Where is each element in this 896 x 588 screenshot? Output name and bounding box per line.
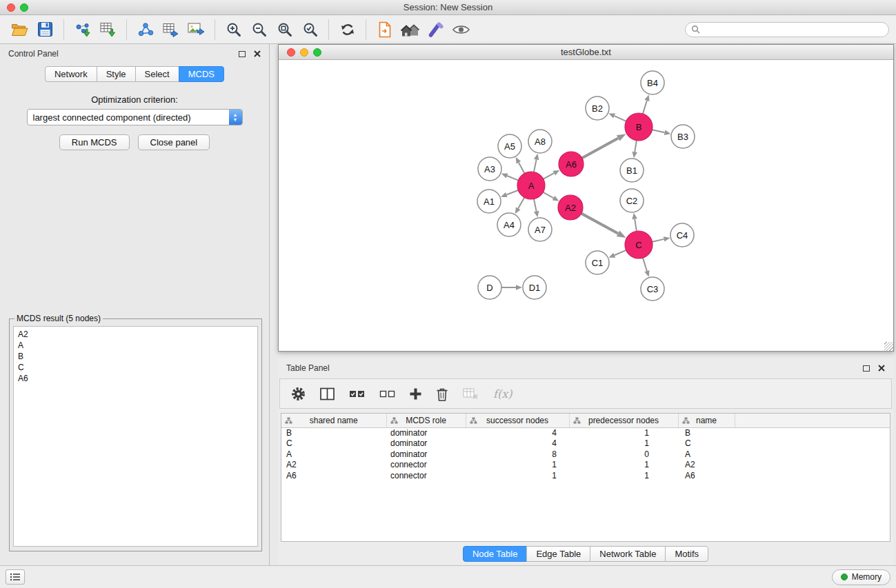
table-cell[interactable]: A2: [281, 460, 386, 471]
delete-table-button[interactable]: [463, 382, 479, 405]
table-settings-button[interactable]: [291, 382, 306, 405]
control-tab-select[interactable]: Select: [135, 66, 179, 82]
table-cell[interactable]: A6: [281, 470, 386, 481]
graph-node-C4[interactable]: C4: [670, 223, 694, 247]
table-cell[interactable]: B: [281, 427, 386, 438]
zoom-window-button[interactable]: [20, 3, 28, 12]
open-file-button[interactable]: [7, 18, 32, 41]
float-panel-icon[interactable]: [239, 51, 246, 57]
zoom-out-button[interactable]: [246, 18, 272, 41]
graph-node-B4[interactable]: B4: [641, 71, 664, 94]
column-header-shared-name[interactable]: shared name: [281, 414, 386, 427]
graph-node-A6[interactable]: A6: [559, 152, 584, 176]
function-builder-button[interactable]: f(x): [493, 387, 512, 401]
control-tab-mcds[interactable]: MCDS: [179, 66, 224, 82]
mcds-result-item[interactable]: B: [18, 351, 253, 362]
graph-node-B3[interactable]: B3: [671, 125, 695, 148]
unselect-all-rows-button[interactable]: [379, 382, 395, 405]
close-window-button[interactable]: [7, 3, 15, 12]
table-cell[interactable]: 1: [569, 427, 678, 438]
table-row[interactable]: A2connector11A2: [281, 460, 890, 471]
graph-edge-A-A4[interactable]: [518, 197, 524, 208]
save-session-button[interactable]: [32, 18, 58, 41]
show-columns-button[interactable]: [320, 382, 335, 405]
table-cell[interactable]: 1: [466, 470, 569, 481]
select-all-rows-button[interactable]: [349, 382, 365, 405]
table-cell[interactable]: C: [281, 438, 386, 449]
graph-edge-A2-C[interactable]: [581, 214, 618, 234]
network-close-button[interactable]: [287, 48, 295, 57]
home-view-button[interactable]: [397, 18, 423, 41]
table-row[interactable]: Bdominator41B: [281, 427, 890, 438]
graph-node-A5[interactable]: A5: [498, 134, 521, 158]
graph-node-D[interactable]: D: [478, 276, 501, 299]
graph-edge-C-C3[interactable]: [643, 258, 647, 271]
close-panel-button[interactable]: Close panel: [138, 134, 210, 150]
table-row[interactable]: A6connector11A6: [281, 470, 890, 481]
new-table-button[interactable]: [158, 18, 183, 41]
graph-edge-C-C1[interactable]: [615, 250, 626, 255]
table-cell[interactable]: dominator: [386, 438, 466, 449]
table-row[interactable]: Cdominator41C: [281, 438, 890, 449]
graph-edge-A-A8[interactable]: [534, 159, 537, 172]
graph-edge-C-C4[interactable]: [653, 239, 664, 242]
table-cell[interactable]: 1: [569, 470, 678, 481]
mcds-result-list[interactable]: A2ABCA6: [13, 326, 258, 547]
graph-node-B2[interactable]: B2: [586, 97, 609, 120]
mcds-result-item[interactable]: A: [18, 340, 253, 351]
table-cell[interactable]: 1: [569, 460, 678, 471]
optimization-dropdown[interactable]: largest connected component (directed) ▲…: [27, 109, 243, 125]
graph-node-A7[interactable]: A7: [528, 218, 552, 241]
control-tab-network[interactable]: Network: [45, 66, 97, 82]
network-zoom-button[interactable]: [313, 48, 321, 57]
table-cell[interactable]: B: [678, 427, 735, 438]
float-table-panel-icon[interactable]: [863, 365, 870, 372]
graph-edge-A-A3[interactable]: [507, 176, 518, 181]
table-cell[interactable]: 4: [466, 427, 569, 438]
column-header-name[interactable]: name: [678, 414, 735, 427]
graph-edge-B-B4[interactable]: [643, 101, 647, 114]
table-cell[interactable]: C: [678, 438, 735, 449]
graph-edge-A-A7[interactable]: [534, 199, 537, 212]
graph-node-A[interactable]: A: [517, 172, 545, 199]
table-cell[interactable]: 1: [569, 438, 678, 449]
import-network-file-button[interactable]: [70, 18, 95, 41]
table-cell[interactable]: A: [281, 449, 386, 460]
search-input[interactable]: [704, 25, 883, 34]
graph-edge-B-B2[interactable]: [615, 116, 626, 121]
graph-node-A1[interactable]: A1: [477, 190, 501, 213]
table-cell[interactable]: dominator: [386, 449, 466, 460]
graph-node-C3[interactable]: C3: [641, 277, 664, 301]
table-cell[interactable]: 1: [466, 460, 569, 471]
resize-grip[interactable]: [884, 342, 893, 351]
column-header-successor-nodes[interactable]: successor nodes: [466, 414, 569, 427]
table-cell[interactable]: 4: [466, 438, 569, 449]
table-cell[interactable]: A6: [678, 470, 735, 481]
graph-node-A3[interactable]: A3: [478, 157, 501, 181]
memory-button[interactable]: Memory: [832, 569, 890, 585]
table-tab-edge-table[interactable]: Edge Table: [526, 546, 590, 562]
delete-column-button[interactable]: [436, 382, 448, 405]
refresh-view-button[interactable]: [335, 18, 360, 41]
table-cell[interactable]: A2: [678, 460, 735, 471]
graph-node-A2[interactable]: A2: [558, 195, 583, 220]
mcds-result-item[interactable]: C: [18, 362, 253, 373]
table-row[interactable]: Adominator80A: [281, 449, 890, 460]
graph-node-A4[interactable]: A4: [497, 213, 521, 236]
table-cell[interactable]: dominator: [386, 427, 466, 438]
zoom-selected-button[interactable]: [297, 18, 323, 41]
network-window-titlebar[interactable]: testGlobe.txt: [279, 45, 893, 60]
graph-edge-B-B3[interactable]: [653, 130, 665, 132]
column-header-mcds-role[interactable]: MCDS role: [386, 414, 466, 427]
graph-edge-A-A1[interactable]: [506, 190, 518, 194]
graph-edge-A-A5[interactable]: [519, 163, 525, 174]
graph-edge-A-A6[interactable]: [544, 173, 555, 179]
table-cell[interactable]: 8: [466, 449, 569, 460]
network-minimize-button[interactable]: [300, 48, 308, 57]
run-mcds-button[interactable]: Run MCDS: [59, 134, 130, 150]
graph-edge-B-B1[interactable]: [635, 141, 637, 152]
graph-node-B1[interactable]: B1: [620, 159, 644, 182]
graph-edge-A-A2[interactable]: [543, 192, 553, 199]
graph-node-B[interactable]: B: [625, 113, 653, 141]
import-table-file-button[interactable]: [95, 18, 121, 41]
